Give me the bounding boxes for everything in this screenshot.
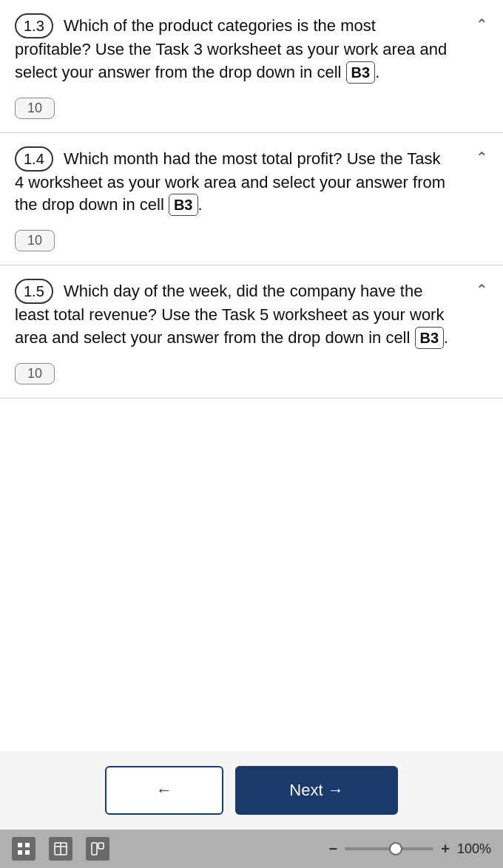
next-button[interactable]: Next → (235, 766, 398, 815)
zoom-plus-button[interactable]: + (441, 841, 450, 858)
question-text-1-3: 1.3 Which of the product categories is t… (15, 13, 476, 84)
svg-rect-8 (98, 843, 104, 849)
zoom-slider-thumb (389, 842, 402, 855)
cell-badge-1-4: B3 (169, 194, 198, 216)
question-number-1-5: 1.5 (15, 279, 53, 304)
question-body-1-5: Which day of the week, did the company h… (15, 282, 444, 347)
question-header-1-4: 1.4 Which month had the most total profi… (15, 146, 488, 217)
zoom-minus-button[interactable]: − (329, 841, 338, 858)
question-body-1-3: Which of the product categories is the m… (15, 16, 447, 81)
main-content: 1.3 Which of the product categories is t… (0, 0, 503, 751)
question-header-1-5: 1.5 Which day of the week, did the compa… (15, 279, 488, 350)
chevron-up-icon-1-5[interactable]: ⌃ (476, 281, 488, 299)
chevron-up-icon-1-3[interactable]: ⌃ (476, 16, 488, 33)
cell-badge-1-3: B3 (346, 61, 376, 84)
question-section-1-3: 1.3 Which of the product categories is t… (0, 0, 503, 133)
svg-rect-3 (25, 850, 30, 855)
question-text-1-5: 1.5 Which day of the week, did the compa… (15, 279, 476, 350)
view-icon[interactable] (86, 837, 109, 861)
cell-badge-1-5: B3 (415, 327, 445, 349)
zoom-percent-label: 100% (457, 841, 491, 857)
score-badge-1-3: 10 (15, 98, 55, 119)
grid-icon[interactable] (12, 837, 36, 861)
empty-section (0, 399, 503, 751)
question-number-1-3: 1.3 (15, 13, 53, 38)
zoom-slider-track[interactable] (345, 847, 433, 850)
chevron-up-icon-1-4[interactable]: ⌃ (476, 149, 488, 166)
score-badge-1-5: 10 (15, 363, 55, 384)
svg-rect-2 (18, 850, 22, 855)
question-body-1-4: Which month had the most total profit? U… (15, 149, 445, 214)
svg-rect-7 (92, 843, 97, 855)
question-number-1-4: 1.4 (15, 146, 53, 172)
bottom-bar: − + 100% (0, 830, 503, 868)
navigation-area: ← Next → (0, 751, 503, 830)
svg-rect-1 (25, 843, 30, 847)
svg-rect-0 (18, 843, 22, 847)
question-header-1-3: 1.3 Which of the product categories is t… (15, 13, 488, 84)
question-text-1-4: 1.4 Which month had the most total profi… (15, 146, 476, 217)
zoom-area: − + 100% (329, 841, 491, 858)
question-section-1-5: 1.5 Which day of the week, did the compa… (0, 265, 503, 399)
back-button[interactable]: ← (105, 766, 223, 815)
score-badge-1-4: 10 (15, 230, 55, 251)
question-section-1-4: 1.4 Which month had the most total profi… (0, 133, 503, 266)
table-icon[interactable] (49, 837, 72, 861)
